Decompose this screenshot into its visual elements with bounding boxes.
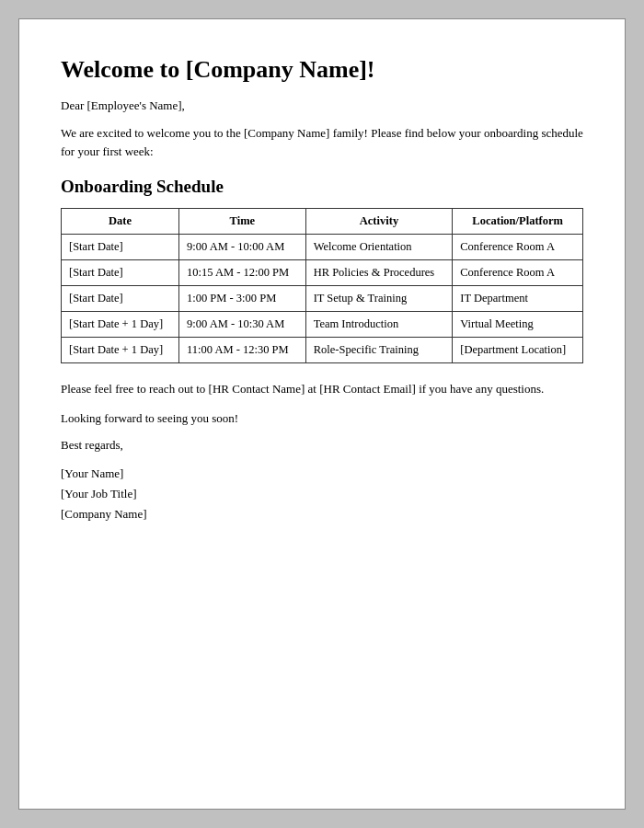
col-header-location: Location/Platform (453, 209, 583, 235)
cell-date-3: [Start Date + 1 Day] (62, 312, 179, 338)
cell-activity-3: Team Introduction (305, 312, 453, 338)
table-row: [Start Date + 1 Day]11:00 AM - 12:30 PMR… (62, 338, 583, 363)
cell-time-2: 1:00 PM - 3:00 PM (179, 286, 306, 312)
schedule-table: Date Time Activity Location/Platform [St… (61, 208, 583, 363)
document-page: Welcome to [Company Name]! Dear [Employe… (18, 18, 626, 810)
cell-activity-4: Role-Specific Training (305, 338, 453, 363)
footer-contact: Please feel free to reach out to [HR Con… (61, 380, 583, 398)
cell-date-2: [Start Date] (62, 286, 179, 312)
table-row: [Start Date + 1 Day]9:00 AM - 10:30 AMTe… (62, 312, 583, 338)
looking-forward: Looking forward to seeing you soon! (61, 409, 583, 428)
signature-company: [Company Name] (61, 504, 583, 524)
signature-block: [Your Name] [Your Job Title] [Company Na… (61, 464, 583, 524)
table-row: [Start Date]10:15 AM - 12:00 PMHR Polici… (62, 260, 583, 286)
table-row: [Start Date]1:00 PM - 3:00 PMIT Setup & … (62, 286, 583, 312)
best-regards: Best regards, (61, 438, 583, 453)
cell-time-3: 9:00 AM - 10:30 AM (179, 312, 306, 338)
cell-time-4: 11:00 AM - 12:30 PM (179, 338, 306, 363)
cell-location-1: Conference Room A (453, 260, 583, 286)
cell-activity-0: Welcome Orientation (305, 235, 453, 260)
cell-time-1: 10:15 AM - 12:00 PM (179, 260, 306, 286)
section-title: Onboarding Schedule (61, 177, 583, 197)
cell-location-3: Virtual Meeting (453, 312, 583, 338)
cell-activity-2: IT Setup & Training (305, 286, 453, 312)
table-row: [Start Date]9:00 AM - 10:00 AMWelcome Or… (62, 235, 583, 260)
intro-text: We are excited to welcome you to the [Co… (61, 124, 583, 160)
col-header-date: Date (62, 209, 179, 235)
salutation: Dear [Employee's Name], (61, 98, 583, 113)
col-header-activity: Activity (305, 209, 453, 235)
cell-location-0: Conference Room A (453, 235, 583, 260)
page-title: Welcome to [Company Name]! (61, 56, 583, 84)
col-header-time: Time (179, 209, 306, 235)
cell-activity-1: HR Policies & Procedures (305, 260, 453, 286)
cell-location-2: IT Department (453, 286, 583, 312)
signature-title: [Your Job Title] (61, 484, 583, 504)
cell-date-1: [Start Date] (62, 260, 179, 286)
cell-time-0: 9:00 AM - 10:00 AM (179, 235, 306, 260)
cell-location-4: [Department Location] (453, 338, 583, 363)
cell-date-0: [Start Date] (62, 235, 179, 260)
cell-date-4: [Start Date + 1 Day] (62, 338, 179, 363)
signature-name: [Your Name] (61, 464, 583, 484)
